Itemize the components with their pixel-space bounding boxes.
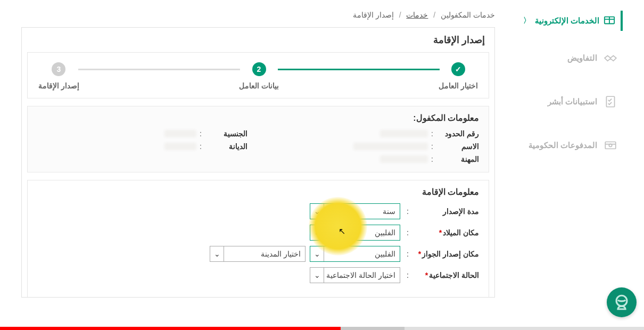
- sponsor-info-title: معلومات المكفول:: [37, 113, 479, 123]
- step-pending-icon: 3: [52, 62, 65, 76]
- step-issue-iqama: 3 إصدار الإقامة: [38, 62, 79, 90]
- sidebar-item-label: استبيانات أبشر: [548, 97, 597, 106]
- select-passport-country[interactable]: الفلبين ⌄: [310, 246, 400, 262]
- select-passport-city[interactable]: اختيار المدينة ⌄: [210, 246, 306, 262]
- sidebar-item-gov-payments[interactable]: المدفوعات الحكومية: [506, 129, 623, 162]
- select-issue-period[interactable]: سنة ⌄: [310, 203, 400, 219]
- row-marital-status: الحالة الاجتماعية* : اختيار الحالة الاجت…: [37, 267, 479, 283]
- sidebar-item-authorizations[interactable]: التفاويض: [506, 42, 623, 75]
- breadcrumb-root: خدمات المكفولين: [441, 11, 495, 19]
- chevron-down-icon: ⌄: [310, 225, 324, 240]
- step-select-worker: اختيار العامل: [439, 62, 478, 90]
- sidebar-item-surveys[interactable]: استبيانات أبشر: [506, 85, 623, 118]
- sidebar-item-label: المدفوعات الحكومية: [529, 141, 597, 150]
- chevron-down-icon: ⌄: [310, 204, 324, 219]
- step-worker-data: 2 بيانات العامل: [239, 62, 279, 90]
- select-value: الفلبين: [375, 228, 395, 237]
- content-card: إصدار الإقامة اختيار العامل 2 بيانات الع…: [21, 27, 495, 298]
- payments-icon: [604, 138, 617, 152]
- breadcrumb-link[interactable]: خدمات: [406, 11, 428, 19]
- field-name: الاسم:: [269, 142, 479, 151]
- handshake-icon: [604, 51, 617, 65]
- sidebar: الخدمات الإلكترونية 〈 التفاويض استبيانات…: [506, 11, 623, 298]
- iqama-info-panel: معلومات الإقامة مدة الإصدار : سنة ⌄ مكان…: [27, 180, 489, 297]
- select-marital-status[interactable]: اختيار الحالة الاجتماعية ⌄: [310, 267, 400, 283]
- field-religion: الديانة:: [37, 142, 247, 151]
- svg-rect-3: [606, 96, 614, 107]
- field-profession: المهنة:: [269, 155, 479, 163]
- chevron-down-icon: ⌄: [310, 246, 324, 261]
- step-active-icon: 2: [252, 62, 266, 76]
- page-title: إصدار الإقامة: [22, 28, 494, 52]
- clipboard-icon: [604, 95, 617, 109]
- field-nationality: الجنسية:: [37, 129, 247, 138]
- breadcrumb-current: إصدار الإقامة: [353, 11, 394, 19]
- video-progress-bar[interactable]: [0, 327, 644, 330]
- select-birth-place[interactable]: الفلبين ⌄: [310, 225, 400, 241]
- row-passport-place: مكان إصدار الجواز* : الفلبين ⌄ اختيار ال…: [37, 246, 479, 262]
- stepper: اختيار العامل 2 بيانات العامل 3 إصدار ال…: [27, 52, 489, 98]
- row-birth-place: مكان الميلاد* : الفلبين ⌄: [37, 225, 479, 241]
- step-done-icon: [451, 62, 465, 76]
- sponsor-info-panel: معلومات المكفول: رقم الحدود: الجنسية: ال…: [27, 106, 489, 172]
- chevron-left-icon: 〈: [523, 16, 531, 26]
- svg-rect-4: [605, 142, 616, 149]
- chevron-down-icon: ⌄: [310, 268, 324, 283]
- chat-fab[interactable]: [607, 287, 637, 317]
- field-border-no: رقم الحدود:: [269, 129, 479, 138]
- iqama-info-title: معلومات الإقامة: [37, 187, 479, 197]
- sidebar-active-eservices[interactable]: الخدمات الإلكترونية 〈: [506, 11, 623, 31]
- select-placeholder: اختيار المدينة: [261, 250, 301, 258]
- main-content: خدمات المكفولين / خدمات / إصدار الإقامة …: [21, 11, 495, 298]
- eservices-icon: [604, 15, 615, 27]
- chevron-down-icon: ⌄: [210, 246, 224, 261]
- cursor-icon: ↖: [338, 226, 345, 236]
- select-value: الفلبين: [375, 250, 395, 258]
- breadcrumb: خدمات المكفولين / خدمات / إصدار الإقامة: [21, 11, 495, 19]
- select-placeholder: اختيار الحالة الاجتماعية: [326, 271, 395, 279]
- row-issue-period: مدة الإصدار : سنة ⌄: [37, 203, 479, 219]
- sidebar-item-label: التفاويض: [567, 53, 597, 63]
- select-value: سنة: [383, 207, 395, 216]
- chat-icon: [613, 293, 631, 311]
- sidebar-active-label: الخدمات الإلكترونية: [535, 16, 599, 26]
